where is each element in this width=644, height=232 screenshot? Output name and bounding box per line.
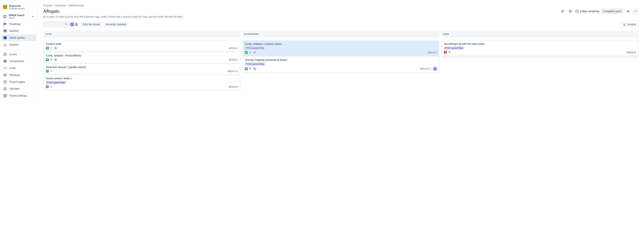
- column-inprogress: IN PROGRESS Comp. analysis—Custom menusF…: [242, 31, 440, 91]
- svg-rect-15: [4, 61, 5, 62]
- card-footer: BREW-12: [46, 70, 238, 73]
- recently-updated-button[interactable]: Recently Updated: [104, 22, 128, 27]
- sidebar-item-reports[interactable]: Reports: [2, 41, 36, 48]
- card-footer: 4BREW-1: [46, 46, 238, 50]
- svg-rect-13: [4, 60, 5, 61]
- issue-card[interactable]: Comp. analysis—Food delivery5BREW-2: [44, 52, 240, 63]
- board-selector[interactable]: BREW board Board: [2, 13, 36, 20]
- releases-icon: [3, 73, 7, 77]
- gear-icon: [3, 94, 7, 98]
- sidebar-item-label: Project pages: [10, 80, 25, 83]
- sidebar-item-releases[interactable]: Releases: [2, 72, 36, 78]
- breadcrumb: Projects / Espresso / BREW board: [43, 4, 638, 7]
- star-icon[interactable]: [568, 8, 573, 14]
- issue-key[interactable]: BREW-1: [229, 47, 238, 50]
- priority-medium-icon: [50, 47, 53, 50]
- epic-tag[interactable]: FY22 Launch Plan: [245, 62, 265, 66]
- insights-label: Insights: [628, 23, 636, 26]
- card-title: Content audit: [46, 42, 238, 45]
- svg-rect-0: [4, 15, 6, 18]
- priority-high-icon: [448, 51, 451, 54]
- issue-card[interactable]: Comp. analysis—Custom menusFY22 Launch P…: [243, 41, 439, 56]
- share-icon[interactable]: [625, 8, 631, 14]
- project-header[interactable]: Espresso Software project: [2, 4, 36, 12]
- issue-key[interactable]: BREW-2: [229, 58, 238, 61]
- sprint-title: Affogato: [43, 9, 60, 14]
- svg-line-29: [628, 10, 628, 11]
- sidebar-item-issues[interactable]: Issues: [2, 51, 36, 58]
- card-title: Something's up with the load screen: [444, 42, 636, 45]
- sidebar-item-label: Backlog: [10, 29, 18, 32]
- story-type-icon: [46, 58, 49, 61]
- header-actions: 9 days remaining Complete sprint: [560, 8, 638, 14]
- more-icon[interactable]: [633, 8, 638, 14]
- card-footer: BREW-4: [444, 51, 636, 54]
- epic-tag[interactable]: FY22 Launch Plan: [46, 81, 66, 84]
- column-header: TO DO: [43, 31, 240, 37]
- column-todo: TO DO Content audit4BREW-1Comp. analysis…: [43, 31, 240, 91]
- issue-key[interactable]: BREW-3: [428, 51, 437, 54]
- issue-key[interactable]: BREW-4: [627, 51, 636, 54]
- sidebar-item-project-pages[interactable]: Project pages: [2, 79, 36, 85]
- card-title: Social content: Week 1: [46, 77, 238, 80]
- svg-line-30: [628, 11, 628, 12]
- issue-card[interactable]: Something's up with the load screenFY22 …: [442, 41, 638, 56]
- components-icon: [3, 59, 7, 63]
- breadcrumb-projects[interactable]: Projects: [43, 4, 52, 7]
- search-icon: [65, 23, 68, 26]
- issues-icon: [3, 52, 7, 56]
- search-box: [43, 21, 69, 27]
- priority-low-icon: [50, 85, 53, 88]
- column-body[interactable]: Content audit4BREW-1Comp. analysis—Food …: [43, 40, 240, 91]
- issue-card[interactable]: Content audit4BREW-1: [44, 41, 240, 52]
- epic-tag[interactable]: FY22 Launch Plan: [245, 46, 265, 50]
- issue-key[interactable]: BREW-12: [228, 70, 238, 73]
- project-type: Software project: [9, 7, 25, 10]
- insights-button[interactable]: Insights: [621, 22, 638, 27]
- sprint-goal: As a user, I'm able to jump onto the Esp…: [43, 15, 638, 18]
- board-type: Board: [9, 17, 24, 19]
- task-type-icon: [46, 70, 49, 73]
- avatar-unassigned[interactable]: [74, 22, 79, 27]
- column-body[interactable]: Comp. analysis—Custom menusFY22 Launch P…: [242, 40, 440, 73]
- issue-key[interactable]: BREW-11: [420, 68, 431, 70]
- svg-point-34: [65, 23, 67, 25]
- priority-high-icon: [50, 58, 53, 61]
- reports-icon: [3, 43, 7, 46]
- issue-card[interactable]: Taste test: Round 1 (vanilla extract)BRE…: [44, 64, 240, 74]
- issue-card[interactable]: Journey mapping workshop w/ BeanzFY22 La…: [243, 57, 439, 73]
- column-body[interactable]: Something's up with the load screenFY22 …: [441, 40, 638, 58]
- complete-sprint-button[interactable]: Complete sprint: [601, 9, 623, 14]
- card-footer: 5BREW-3: [245, 51, 437, 54]
- svg-rect-3: [4, 23, 6, 23]
- only-my-issues-button[interactable]: Only My Issues: [80, 22, 102, 27]
- column-header: IN PROGRESS: [242, 31, 440, 37]
- svg-rect-14: [5, 60, 6, 61]
- sidebar-item-label: Reports: [10, 43, 18, 46]
- issue-key[interactable]: BREW-5: [229, 86, 238, 88]
- automation-icon[interactable]: [560, 8, 566, 14]
- issue-card[interactable]: Social content: Week 1FY22 Launch PlanBR…: [44, 75, 240, 90]
- breadcrumb-board[interactable]: BREW board: [69, 4, 84, 7]
- breadcrumb-sep: /: [54, 4, 54, 7]
- assignee-avatar[interactable]: [433, 67, 437, 71]
- card-title: Comp. analysis—Food delivery: [46, 54, 238, 57]
- sidebar-item-add-item[interactable]: Add item: [2, 86, 36, 92]
- sidebar-item-components[interactable]: Components: [2, 58, 36, 64]
- card-title: Taste test: Round 1 (vanilla extract): [46, 66, 238, 69]
- svg-rect-6: [4, 30, 6, 30]
- svg-point-31: [634, 11, 635, 12]
- clock-icon: [575, 9, 579, 13]
- column-done: DONE Something's up with the load screen…: [441, 31, 638, 91]
- svg-point-36: [76, 23, 77, 24]
- time-remaining-text: 9 days remaining: [580, 10, 599, 13]
- sidebar-item-active-sprints[interactable]: Active sprints: [2, 34, 36, 41]
- sidebar-item-roadmap[interactable]: Roadmap: [2, 21, 36, 27]
- sidebar-item-settings[interactable]: Project settings: [2, 92, 36, 99]
- epic-tag[interactable]: FY22 Launch Plan: [444, 46, 464, 50]
- sidebar-item-backlog[interactable]: Backlog: [2, 28, 36, 34]
- filter-row: Only My Issues Recently Updated Insights: [43, 21, 638, 27]
- sidebar-item-code[interactable]: Code: [2, 65, 36, 71]
- breadcrumb-project[interactable]: Espresso: [55, 4, 66, 7]
- sidebar-item-label: Components: [10, 60, 24, 63]
